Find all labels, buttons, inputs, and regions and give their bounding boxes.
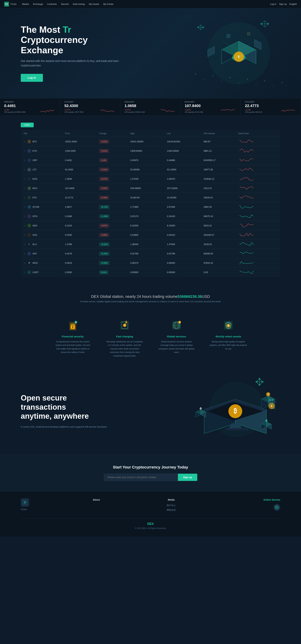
star-icon-SNT[interactable]: ☆ — [24, 252, 26, 255]
cell-change-BTC: -0.22% — [96, 137, 128, 146]
col-pair: Pair — [21, 130, 62, 137]
star-icon-XRP[interactable]: ☆ — [24, 159, 26, 162]
footer-link-1[interactable]: 用户中心 — [167, 504, 176, 507]
footer-logo-text: YCoin — [21, 508, 27, 511]
star-icon-EOS[interactable]: ☆ — [24, 178, 26, 180]
star-icon-NEO[interactable]: ☆ — [24, 224, 26, 227]
trend-chart-ELA — [238, 242, 255, 246]
cell-price-NEO: 8.2100 — [62, 221, 96, 230]
trend-chart-SNT — [238, 251, 255, 256]
footer-brand: DEX — [21, 522, 280, 526]
cell-volume-BTC: 900.87 — [201, 137, 235, 146]
svg-rect-38 — [72, 327, 73, 328]
table-row[interactable]: ☆ W WGC 0.0619 +0.65% 0.06270 0.06050 97… — [21, 258, 280, 268]
cell-low-BCH: 107.52000 — [164, 184, 201, 193]
table-row[interactable]: ☆ Ξ ETH 1336.3400 -0.31% 1309.00000 1330… — [21, 146, 280, 156]
ticker-bch[interactable]: BCH/USDT 107.8400 -0.24% 24H quantity 24… — [181, 98, 241, 116]
star-icon-WGC[interactable]: ☆ — [24, 262, 26, 264]
signup-button[interactable]: Sign up — [279, 3, 287, 5]
login-button[interactable]: Log in — [270, 3, 276, 5]
logo-area[interactable]: YC YCoin — [4, 2, 16, 6]
cell-volume-BCH: 2413.23 — [201, 184, 235, 193]
table-row[interactable]: ☆ S SNT 0.0279 +0.43% 0.02768 0.02798 60… — [21, 249, 280, 258]
coin-label-SNT: SNT — [32, 252, 37, 255]
cell-pair: ☆ ✕ XRP — [21, 156, 62, 165]
table-row[interactable]: ☆ E ETC 22.4773 -0.16% 22.88740 22.45390… — [21, 193, 280, 202]
star-icon-ETC[interactable]: ☆ — [24, 196, 26, 199]
table-row[interactable]: ☆ E ELA 1.3788 +0.22% 1.38040 1.37560 43… — [21, 240, 280, 249]
usdt-tab[interactable]: USDT — [21, 122, 34, 127]
footer: Y YCoin About Media 用户中心 期权总结 Online Ser… — [0, 491, 301, 536]
footer-chat-icon[interactable] — [273, 504, 280, 511]
cell-volume-ETH: 9961.21 — [201, 146, 235, 156]
coin-icon-SNT: S — [27, 252, 31, 256]
star-icon-LTC[interactable]: ☆ — [24, 168, 26, 171]
star-icon-BCH[interactable]: ☆ — [24, 187, 26, 190]
table-row[interactable]: ☆ ✕ XRP 0.4491 -1.4% 0.45976 0.44888 624… — [21, 156, 280, 165]
nav-contracts[interactable]: Contracts — [47, 3, 57, 5]
table-row[interactable]: ☆ E EOS 1.0508 -0.37% 1.07549 1.06370 41… — [21, 174, 280, 184]
language-selector[interactable]: English — [290, 3, 297, 5]
cell-high-QTUM: 2.71990 — [128, 202, 164, 212]
table-row[interactable]: ☆ ₿ BCH 107.8400 -0.23% 109.09000 107.52… — [21, 184, 280, 193]
coin-label-ETH: ETH — [32, 150, 37, 152]
table-row[interactable]: ☆ ₿ BTC 19251.6300 -0.22% 19421.00000 19… — [21, 137, 280, 146]
ticker-xrp[interactable]: XRP/USDT 0.4491 -1.4% 24H quantity 62405… — [0, 98, 60, 116]
hero-cta-button[interactable]: Log in — [21, 74, 43, 82]
coin-icon-IOTA: ι — [27, 214, 31, 218]
table-row[interactable]: ☆ N NEO 8.2100 -0.97% 8.32000 8.15000 92… — [21, 221, 280, 230]
coin-label-LTC: LTC — [32, 168, 37, 171]
signup-email-input[interactable] — [104, 474, 178, 481]
coin-icon-BTC: ₿ — [27, 140, 31, 144]
feature-title-charging: Fast charging — [106, 335, 144, 338]
nav-exchange[interactable]: Exchange — [33, 3, 43, 5]
table-row[interactable]: ☆ Q QTUM 2.6817 +0.11% 2.71990 2.67490 2… — [21, 202, 280, 212]
nav-second[interactable]: Second — [61, 3, 69, 5]
svg-text:₿: ₿ — [268, 393, 269, 396]
cell-change-LTC: -0.31% — [96, 165, 128, 174]
cell-high-ETH: 1309.00000 — [128, 146, 164, 156]
footer-link-2[interactable]: 期权总结 — [167, 508, 176, 512]
star-icon-USDT[interactable]: ☆ — [24, 271, 26, 274]
cell-pair: ☆ Ξ ETH — [21, 146, 62, 156]
ticker-eos[interactable]: EOS/USDT 1.0658 -0.57% 24H quantity 4195… — [120, 98, 180, 116]
coin-label-ELA: ELA — [32, 243, 37, 246]
signup-form: Sign up — [104, 474, 197, 481]
nav-market[interactable]: Market — [22, 3, 29, 5]
table-row[interactable]: ☆ N NAS 0.0346 -0.96% 0.03800 0.03410 20… — [21, 230, 280, 240]
star-icon-IOTA[interactable]: ☆ — [24, 215, 26, 218]
cell-high-SNT: 0.02768 — [128, 249, 164, 258]
feature-title-global: Global services — [158, 335, 196, 338]
cell-low-QTUM: 2.67490 — [164, 202, 201, 212]
ticker-etc[interactable]: ETC/USDT 22.4773 -0.24% 24H quantity 203… — [241, 98, 301, 116]
coin-icon-WGC: W — [27, 261, 31, 265]
navbar-left: YC YCoin Market Exchange Contracts Secon… — [4, 2, 114, 6]
star-icon-QTUM[interactable]: ☆ — [24, 206, 26, 208]
nav-links: Market Exchange Contracts Second Gold mi… — [22, 3, 114, 5]
table-row[interactable]: ☆ Ł LTC 52.4300 -0.31% 52.80000 52.13000… — [21, 165, 280, 174]
cell-trend-WGC — [235, 258, 280, 268]
star-icon-BTC[interactable]: ☆ — [24, 140, 26, 143]
cell-price-ELA: 1.3788 — [62, 240, 96, 249]
trend-chart-LTC — [238, 167, 255, 172]
logo-icon: YC — [4, 2, 9, 6]
table-row[interactable]: ☆ ι IOTA 0.2486 +1.30% 0.25170 0.24420 9… — [21, 212, 280, 221]
star-icon-NAS[interactable]: ☆ — [24, 234, 26, 236]
cell-pair: ☆ W WGC — [21, 258, 62, 268]
star-icon-ELA[interactable]: ☆ — [24, 243, 26, 246]
cell-trend-ETH — [235, 146, 280, 156]
table-row[interactable]: ☆ $ USDT 0.0000 0.01% 0.00000 0.00000 0.… — [21, 268, 280, 277]
nav-myassets[interactable]: My Assets — [89, 3, 99, 5]
col-price: Price — [62, 130, 96, 137]
signup-submit-button[interactable]: Sign up — [178, 474, 197, 481]
cell-volume-IOTA: 94075.10 — [201, 212, 235, 221]
logo-text: YCoin — [10, 3, 16, 5]
cell-change-IOTA: +1.30% — [96, 212, 128, 221]
nav-mycenter[interactable]: My Center — [103, 3, 114, 5]
feature-desc-charging: Recharge withdrawal can be completed in … — [106, 340, 144, 358]
star-icon-ETH[interactable]: ☆ — [24, 150, 26, 152]
coin-icon-NEO: N — [27, 224, 31, 228]
ticker-ltc[interactable]: LTC/USDT 52.4300 -0.27% 24H quantity 109… — [60, 98, 120, 116]
svg-point-29 — [247, 79, 248, 80]
nav-goldmining[interactable]: Gold mining — [73, 3, 85, 5]
